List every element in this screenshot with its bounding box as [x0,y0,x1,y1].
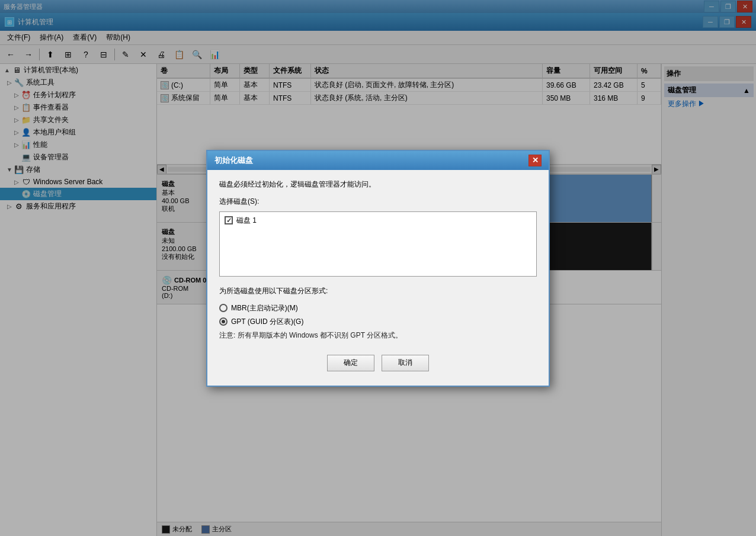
dialog-select-label: 选择磁盘(S): [219,197,537,207]
dialog-ok-btn[interactable]: 确定 [327,355,374,371]
dialog-buttons: 确定 取消 [219,350,537,376]
disk-list-item-0[interactable]: ✓ 磁盘 1 [222,214,534,227]
dialog-close-btn[interactable]: ✕ [528,155,542,166]
dialog-title-bar: 初始化磁盘 ✕ [207,151,549,170]
radio-mbr-circle[interactable] [219,304,228,312]
dialog-title: 初始化磁盘 [214,155,253,166]
radio-gpt-label: GPT (GUID 分区表)(G) [231,317,303,327]
disk-listbox[interactable]: ✓ 磁盘 1 [219,211,537,277]
disk0-list-label: 磁盘 1 [236,216,257,226]
dialog-cancel-btn[interactable]: 取消 [382,355,429,371]
modal-overlay: 初始化磁盘 ✕ 磁盘必须经过初始化，逻辑磁盘管理器才能访问。 选择磁盘(S): … [0,0,756,536]
dialog-note: 注意: 所有早期版本的 Windows 都不识别 GPT 分区格式。 [219,330,537,341]
format-label: 为所选磁盘使用以下磁盘分区形式: [219,286,537,296]
partition-format-section: 为所选磁盘使用以下磁盘分区形式: [219,286,537,296]
radio-gpt[interactable]: GPT (GUID 分区表)(G) [219,317,537,327]
main-window: 服务器管理器 ─ ❐ ✕ ⊞ 计算机管理 ─ ❐ ✕ 文件(F) 操作(A) 查… [0,0,756,536]
radio-mbr[interactable]: MBR(主启动记录)(M) [219,303,537,313]
radio-mbr-label: MBR(主启动记录)(M) [231,303,298,313]
init-disk-dialog: 初始化磁盘 ✕ 磁盘必须经过初始化，逻辑磁盘管理器才能访问。 选择磁盘(S): … [206,150,550,387]
radio-gpt-circle[interactable] [219,317,228,326]
disk0-checkbox[interactable]: ✓ [225,216,233,224]
dialog-body: 磁盘必须经过初始化，逻辑磁盘管理器才能访问。 选择磁盘(S): ✓ 磁盘 1 为… [207,170,549,386]
dialog-description: 磁盘必须经过初始化，逻辑磁盘管理器才能访问。 [219,179,537,190]
